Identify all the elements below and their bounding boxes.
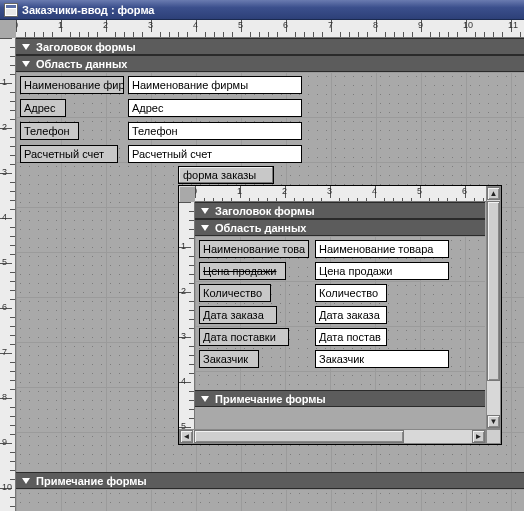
subform-horizontal-ruler[interactable]: 012345678 <box>195 186 501 202</box>
window-titlebar: Заказчики-ввод : форма <box>0 0 524 20</box>
scroll-thumb[interactable] <box>194 430 404 443</box>
field-textbox[interactable]: Количество <box>315 284 387 302</box>
subform-section-label-header: Заголовок формы <box>215 205 315 217</box>
field-label[interactable]: Телефон <box>20 122 79 140</box>
svg-marker-3 <box>201 225 209 231</box>
form-designer: 0123456789101112 1234567891011 Заголовок… <box>0 20 524 511</box>
field-textbox[interactable]: Телефон <box>128 122 302 140</box>
subform-section-label-detail: Область данных <box>215 222 306 234</box>
scroll-thumb[interactable] <box>487 201 500 381</box>
subform-detail-section[interactable]: Наименование товаНаименование товараЦена… <box>195 236 485 390</box>
section-handle-icon <box>199 205 211 217</box>
scroll-left-icon[interactable]: ◄ <box>180 430 193 443</box>
subform-vertical-scrollbar[interactable]: ▲ ▼ <box>486 186 501 429</box>
field-textbox[interactable]: Расчетный счет <box>128 145 302 163</box>
detail-section-outer[interactable]: форма заказы 012345678 123456 Заголовок … <box>16 72 524 472</box>
design-canvas-outer: Заголовок формы Область данных форма зак… <box>16 38 524 511</box>
svg-marker-4 <box>201 396 209 402</box>
section-bar-header[interactable]: Заголовок формы <box>16 38 524 55</box>
subform-vertical-ruler[interactable]: 123456 <box>179 202 195 444</box>
subform-label-text: форма заказы <box>183 169 256 181</box>
section-handle-icon <box>199 222 211 234</box>
footer-section[interactable] <box>16 489 524 511</box>
section-handle-icon <box>199 393 211 405</box>
field-textbox[interactable]: Дата постав <box>315 328 387 346</box>
field-label[interactable]: Расчетный счет <box>20 145 118 163</box>
section-handle-icon <box>20 41 32 53</box>
subform-section-bar-detail[interactable]: Область данных <box>195 219 485 236</box>
horizontal-ruler[interactable]: 0123456789101112 <box>16 20 524 38</box>
field-label[interactable]: Наименование това <box>199 240 309 258</box>
section-label-detail: Область данных <box>36 58 127 70</box>
field-textbox[interactable]: Дата заказа <box>315 306 387 324</box>
svg-marker-0 <box>22 44 30 50</box>
window-title: Заказчики-ввод : форма <box>22 4 155 16</box>
section-bar-footer[interactable]: Примечание формы <box>16 472 524 489</box>
scroll-corner <box>486 429 501 444</box>
section-bar-detail[interactable]: Область данных <box>16 55 524 72</box>
subform-label[interactable]: форма заказы <box>178 166 274 184</box>
scroll-up-icon[interactable]: ▲ <box>487 187 500 200</box>
svg-marker-2 <box>201 208 209 214</box>
vertical-ruler[interactable]: 1234567891011 <box>0 38 16 511</box>
subform-horizontal-scrollbar[interactable]: ◄ ► <box>179 429 486 444</box>
field-textbox[interactable]: Наименование фирмы <box>128 76 302 94</box>
field-label[interactable]: Дата поставки <box>199 328 289 346</box>
section-label-header: Заголовок формы <box>36 41 136 53</box>
subform-section-label-footer: Примечание формы <box>215 393 326 405</box>
field-textbox[interactable]: Цена продажи <box>315 262 449 280</box>
field-textbox[interactable]: Наименование товара <box>315 240 449 258</box>
field-label[interactable]: Адрес <box>20 99 66 117</box>
field-label[interactable]: Наименование фирм <box>20 76 124 94</box>
svg-marker-5 <box>22 478 30 484</box>
section-handle-icon <box>20 58 32 70</box>
form-sysicon <box>4 3 18 17</box>
field-label[interactable]: Заказчик <box>199 350 259 368</box>
field-textbox[interactable]: Адрес <box>128 99 302 117</box>
subform-section-bar-footer[interactable]: Примечание формы <box>195 390 485 407</box>
subform-container[interactable]: 012345678 123456 Заголовок формы Область… <box>178 185 502 445</box>
field-label[interactable]: Количество <box>199 284 271 302</box>
section-handle-icon <box>20 475 32 487</box>
scroll-right-icon[interactable]: ► <box>472 430 485 443</box>
subform-section-bar-header[interactable]: Заголовок формы <box>195 202 485 219</box>
section-label-footer: Примечание формы <box>36 475 147 487</box>
field-label[interactable]: Дата заказа <box>199 306 277 324</box>
svg-marker-1 <box>22 61 30 67</box>
field-textbox[interactable]: Заказчик <box>315 350 449 368</box>
subform-canvas: Заголовок формы Область данных Наименова… <box>195 202 485 428</box>
scroll-down-icon[interactable]: ▼ <box>487 415 500 428</box>
field-label[interactable]: Цена продажи <box>199 262 286 280</box>
